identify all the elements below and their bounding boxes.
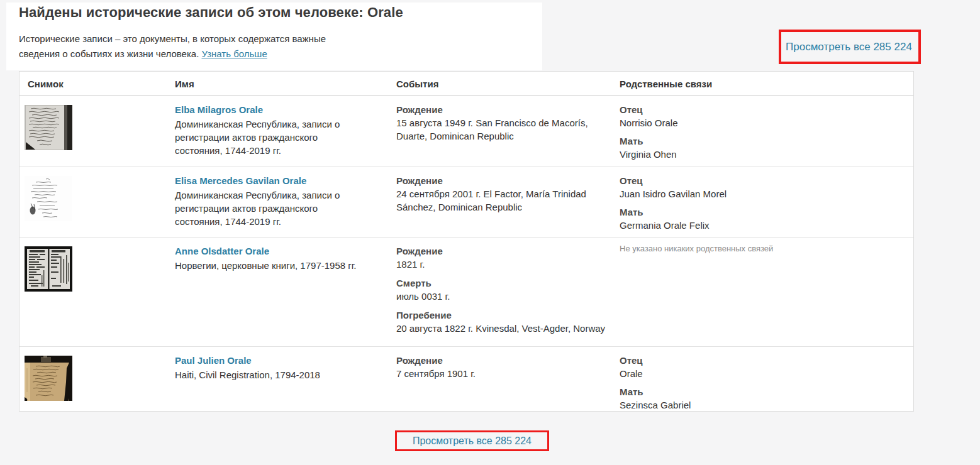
column-header-events: События [396,79,438,89]
event-detail: 24 сентября 2001 г. El Factor, María Tri… [396,187,613,214]
highlight-box-top: Просмотреть все 285 224 [779,30,921,64]
highlight-box-bottom: Просмотреть все 285 224 [395,430,549,451]
record-collection: Норвегии, церковные книги, 1797-1958 гг. [175,259,364,272]
record-collection: Haiti, Civil Registration, 1794-2018 [175,368,364,381]
event-detail: июль 0031 г. [396,290,613,303]
record-relatives-cell: Отец Juan Isidro Gavilan Morel Мать Germ… [620,175,896,232]
table-header-row: Снимок Имя События Родственные связи [19,72,913,96]
record-collection: Доминиканская Республика, записи о регис… [175,118,364,157]
event-label: Погребение [396,309,613,322]
page-title: Найдены исторические записи об этом чело… [19,4,403,21]
records-table: Снимок Имя События Родственные связи [19,71,914,412]
record-name-cell: Paul Julien Orale Haiti, Civil Registrat… [175,354,364,381]
event-group: Рождение 15 августа 1949 г. San Francisc… [396,104,613,143]
record-name-link[interactable]: Elba Milagros Orale [175,104,263,116]
relative-name: Orale [620,367,896,380]
record-name-cell: Elba Milagros Orale Доминиканская Респуб… [175,104,364,157]
relative-label: Мать [620,135,896,148]
event-group: Смерть июль 0031 г. [396,277,613,303]
view-all-records-link-top[interactable]: Просмотреть все 285 224 [781,41,912,53]
relative-name: Juan Isidro Gavilan Morel [620,187,896,200]
record-name-link[interactable]: Elisa Mercedes Gavilan Orale [175,175,306,187]
document-scan-image [25,176,72,221]
document-scan-image [25,356,72,401]
relative-group: Отец Orale [620,354,896,380]
section-description: Исторические записи – это документы, в к… [19,31,421,62]
event-label: Рождение [396,245,613,258]
event-label: Рождение [396,354,613,367]
record-thumbnail[interactable] [25,246,72,292]
event-group: Рождение 1821 г. [396,245,613,271]
record-collection: Доминиканская Республика, записи о регис… [175,189,364,228]
event-detail: 15 августа 1949 г. San Francisco de Maco… [396,116,613,143]
relative-name: Sezinsca Gabriel [620,398,896,412]
record-name-link[interactable]: Anne Olsdatter Orale [175,245,269,258]
relative-name: Virginia Ohen [620,148,896,161]
document-scan-image [25,246,72,292]
table-row: Anne Olsdatter Orale Норвегии, церковные… [19,238,913,347]
record-events-cell: Рождение 24 сентября 2001 г. El Factor, … [396,175,613,214]
record-relatives-cell: Отец Orale Мать Sezinsca Gabriel [620,354,896,412]
event-detail: 7 сентября 1901 г. [396,367,613,380]
relative-label: Мать [620,386,896,398]
event-group: Рождение 7 сентября 1901 г. [396,354,613,380]
relative-label: Отец [620,354,896,367]
relative-label: Отец [620,104,896,116]
description-line-1: Исторические записи – это документы, в к… [19,33,326,44]
relative-label: Мать [620,206,896,219]
relative-group: Мать Virginia Ohen [620,135,896,161]
relative-group: Отец Norrisio Orale [620,104,896,129]
record-relatives-cell: Не указано никаких родственных связей [620,245,896,254]
event-label: Смерть [396,277,613,290]
record-thumbnail[interactable] [25,356,72,401]
table-row: Elba Milagros Orale Доминиканская Респуб… [19,96,913,167]
column-header-snapshot: Снимок [28,79,64,89]
event-group: Рождение 24 сентября 2001 г. El Factor, … [396,175,613,214]
relative-group: Мать Sezinsca Gabriel [620,386,896,412]
event-label: Рождение [396,175,613,187]
record-events-cell: Рождение 7 сентября 1901 г. [396,354,613,380]
relative-group: Мать Germania Orale Felix [620,206,896,232]
learn-more-link[interactable]: Узнать больше [201,48,267,59]
record-events-cell: Рождение 1821 г. Смерть июль 0031 г. Пог… [396,245,613,335]
column-header-relatives: Родственные связи [620,79,712,89]
event-detail: 1821 г. [396,258,613,271]
records-page: Найдены исторические записи об этом чело… [0,0,980,465]
event-detail: 20 августа 1822 г. Kvinesdal, Vest-Agder… [396,322,613,335]
view-all-records-link-bottom[interactable]: Просмотреть все 285 224 [413,435,532,447]
record-name-cell: Elisa Mercedes Gavilan Orale Доминиканск… [175,175,364,228]
record-thumbnail[interactable] [25,176,72,221]
relative-label: Отец [620,175,896,187]
relative-group: Отец Juan Isidro Gavilan Morel [620,175,896,200]
description-line-2: сведения о событиях из жизни человека. [19,48,199,59]
record-name-cell: Anne Olsdatter Orale Норвегии, церковные… [175,245,364,272]
document-scan-image [25,105,72,150]
record-relatives-cell: Отец Norrisio Orale Мать Virginia Ohen [620,104,896,161]
relative-name: Norrisio Orale [620,116,896,129]
column-header-name: Имя [175,79,194,89]
event-group: Погребение 20 августа 1822 г. Kvinesdal,… [396,309,613,335]
no-relatives-note: Не указано никаких родственных связей [620,243,896,254]
event-label: Рождение [396,104,613,116]
record-name-link[interactable]: Paul Julien Orale [175,354,252,367]
table-row: Paul Julien Orale Haiti, Civil Registrat… [19,347,913,412]
record-events-cell: Рождение 15 августа 1949 г. San Francisc… [396,104,613,143]
table-row: Elisa Mercedes Gavilan Orale Доминиканск… [19,167,913,238]
record-thumbnail[interactable] [25,105,72,150]
relative-name: Germania Orale Felix [620,219,896,232]
